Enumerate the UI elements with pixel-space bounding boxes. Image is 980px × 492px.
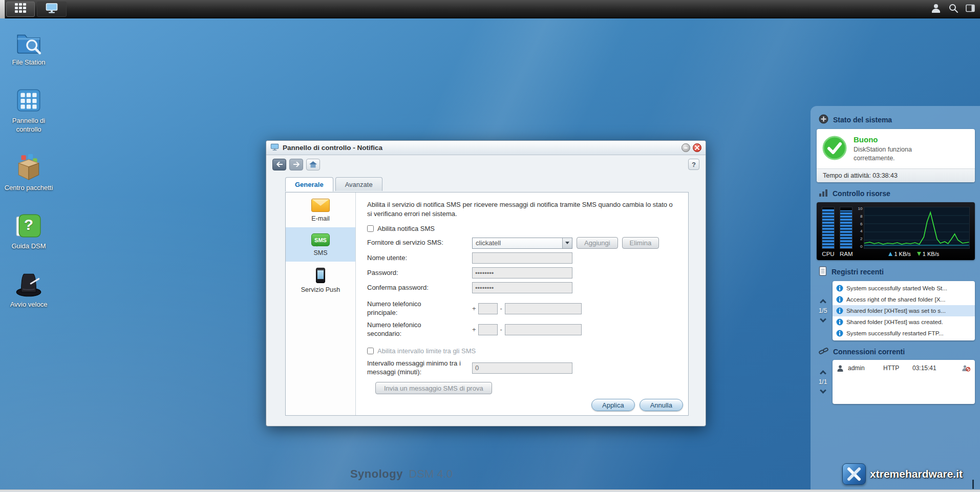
password-row: Password: [367, 267, 678, 279]
resource-monitor-header: Controllo risorse [817, 184, 975, 202]
log-text: Shared folder [XHTest] was created. [846, 318, 943, 326]
link-icon [819, 347, 828, 356]
show-desktop-button[interactable] [37, 2, 67, 17]
form-action-buttons: Applica Annulla [591, 399, 683, 411]
file-station-icon [14, 28, 43, 56]
desktop-icon-quick-start[interactable]: Avvio veloce [4, 270, 53, 309]
page-up-icon[interactable] [820, 370, 826, 377]
user-icon [931, 3, 941, 15]
desktop-icon-dsm-help[interactable]: ? Guida DSM [4, 211, 53, 250]
password-field[interactable] [472, 267, 572, 279]
log-row[interactable]: Access right of the shared folder [X... [833, 294, 975, 305]
network-readings: 1 KB/s 1 KB/s [858, 249, 970, 257]
chevron-down-icon [562, 238, 572, 248]
log-row[interactable]: System successfully restarted FTP... [833, 328, 975, 339]
confirm-password-row: Conferma password: [367, 282, 678, 293]
widget-scroll-down-button[interactable] [972, 481, 974, 489]
user-account-button[interactable] [931, 3, 941, 15]
page-up-icon[interactable] [820, 299, 826, 306]
apply-button[interactable]: Applica [591, 399, 635, 411]
site-watermark: xtremehardware.it [842, 463, 963, 485]
interval-field[interactable] [472, 362, 572, 374]
forward-button[interactable] [289, 159, 303, 170]
log-row[interactable]: System successfully started Web St... [833, 283, 975, 294]
info-icon [836, 318, 843, 326]
tab-avanzate[interactable]: Avanzate [335, 177, 382, 191]
cpu-label: CPU [822, 251, 834, 257]
primary-phone-number-field[interactable] [505, 303, 582, 314]
delete-provider-button[interactable]: Elimina [622, 237, 659, 249]
help-button[interactable]: ? [688, 159, 699, 170]
log-text: System successfully started Web St... [846, 285, 947, 292]
username-field[interactable] [472, 252, 572, 264]
close-button[interactable] [693, 143, 701, 152]
secondary-phone-country-field[interactable] [478, 324, 498, 335]
cancel-button[interactable]: Annulla [640, 399, 683, 411]
secondary-phone-number-field[interactable] [505, 324, 582, 335]
primary-phone-country-field[interactable] [478, 303, 498, 314]
log-row[interactable]: Shared folder [XHTest] was created. [833, 316, 975, 328]
desktop-icon-package-center[interactable]: Centro pacchetti [4, 153, 53, 192]
enable-sms-row: Abilita notifica SMS [367, 225, 678, 232]
tab-generale[interactable]: Generale [285, 177, 333, 191]
page-down-icon[interactable] [820, 316, 826, 323]
window-title: Pannello di controllo - Notifica [283, 144, 382, 152]
section-title: Controllo risorse [833, 189, 890, 198]
confirm-password-field[interactable] [472, 282, 572, 293]
connection-row[interactable]: admin HTTP 03:15:41 [833, 362, 975, 374]
connection-time: 03:15:41 [912, 365, 936, 372]
provider-select[interactable]: clickatell [472, 238, 572, 249]
sms-settings-form: Abilita il servizio di notifica SMS per … [356, 192, 688, 415]
nav-item-email[interactable]: E-mail [286, 192, 355, 227]
network-graph: 10 8 6 4 2 0 [858, 207, 970, 257]
log-row[interactable]: Shared folder [XHTest] was set to s... [833, 305, 975, 316]
notification-nav: E-mail SMS SMS Servizio Push [286, 192, 356, 415]
close-icon [695, 145, 699, 150]
window-toolbar: ? [266, 155, 706, 174]
nav-item-push[interactable]: Servizio Push [286, 262, 355, 298]
ram-meter: RAM [840, 207, 853, 257]
provider-label: Fornitore di servizio SMS: [367, 239, 472, 247]
home-button[interactable] [306, 159, 320, 170]
connections-list: admin HTTP 03:15:41 [833, 360, 975, 404]
home-icon [309, 161, 317, 168]
connection-protocol: HTTP [883, 365, 908, 372]
brand-name: Synology [350, 467, 403, 480]
package-center-icon [14, 153, 43, 182]
desktop-icon-file-station[interactable]: File Station [4, 28, 53, 67]
download-rate: 1 KB/s [923, 251, 939, 257]
enable-sms-checkbox[interactable] [367, 225, 374, 232]
taskbar-handle[interactable] [0, 0, 5, 18]
pilot-view-button[interactable] [966, 4, 975, 14]
nav-item-sms[interactable]: SMS SMS [286, 227, 355, 262]
system-status-card: Buono DiskStation funziona correttamente… [817, 129, 975, 182]
dialog-content: E-mail SMS SMS Servizio Push Abilita il … [285, 192, 689, 416]
main-menu-button[interactable] [6, 2, 35, 17]
send-test-sms-button[interactable]: Invia un messaggio SMS di prova [375, 382, 492, 394]
recent-logs-list: System successfully started Web St... Ac… [833, 281, 975, 340]
search-button[interactable] [948, 3, 958, 15]
connections-pager: 1/1 [817, 360, 829, 404]
upload-rate: 1 KB/s [894, 251, 910, 257]
primary-phone-row: Numero telefonico principale: + - [367, 300, 678, 317]
desktop: File Station Pannello di controllo [0, 0, 980, 492]
desktop-icon-label: Guida DSM [4, 242, 53, 250]
system-status-icon [819, 114, 828, 125]
interval-limit-checkbox[interactable] [367, 348, 374, 354]
desktop-icon-control-panel[interactable]: Pannello di controllo [4, 86, 53, 134]
window-titlebar[interactable]: Pannello di controllo - Notifica [266, 141, 706, 155]
phone-prefix: + [472, 326, 476, 333]
user-icon [837, 365, 843, 372]
control-panel-notification-window: Pannello di controllo - Notifica [266, 140, 706, 426]
back-button[interactable] [272, 159, 286, 170]
nav-label-email: E-mail [288, 215, 353, 222]
logs-page-indicator: 1/5 [819, 307, 827, 314]
page-down-icon[interactable] [820, 387, 826, 394]
desktop-icon-label: Centro pacchetti [4, 184, 53, 192]
uptime-text: Tempo di attività: 03:38:43 [817, 168, 975, 182]
kick-connection-icon[interactable] [962, 365, 970, 372]
minimize-button[interactable] [681, 143, 690, 152]
add-provider-button[interactable]: Aggiungi [577, 237, 618, 249]
desktop-icon-label: Pannello di controllo [4, 117, 53, 134]
desktop-icon-label: Avvio veloce [4, 301, 53, 309]
